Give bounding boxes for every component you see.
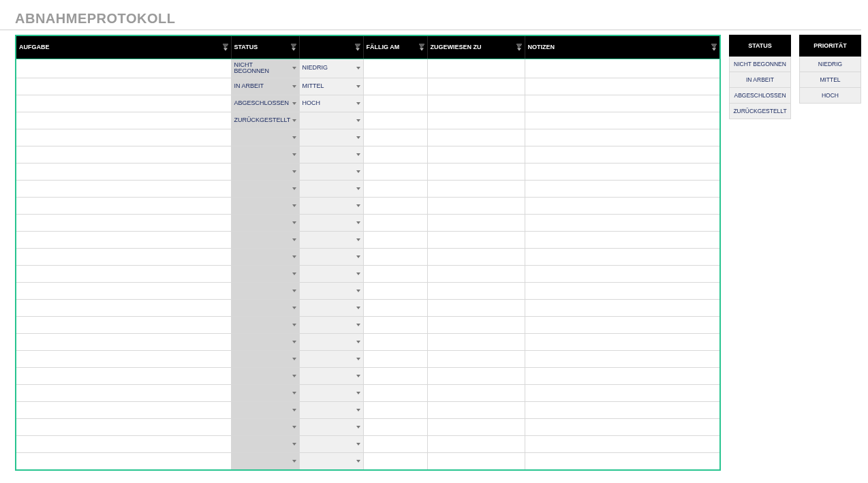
cell-priority[interactable] xyxy=(299,146,363,163)
assigned-input[interactable] xyxy=(428,95,525,112)
due-input[interactable] xyxy=(364,215,427,231)
cell-notes[interactable] xyxy=(525,283,720,300)
due-input[interactable] xyxy=(364,95,427,112)
assigned-input[interactable] xyxy=(428,112,525,129)
chevron-down-icon[interactable] xyxy=(356,307,360,309)
cell-priority[interactable] xyxy=(299,232,363,249)
task-input[interactable] xyxy=(16,112,231,129)
notes-input[interactable] xyxy=(525,266,720,282)
cell-notes[interactable] xyxy=(525,232,720,249)
cell-task[interactable] xyxy=(16,453,231,470)
cell-task[interactable] xyxy=(16,351,231,368)
cell-status[interactable] xyxy=(231,198,299,215)
cell-status[interactable] xyxy=(231,402,299,419)
chevron-down-icon[interactable] xyxy=(292,358,296,360)
due-input[interactable] xyxy=(364,436,427,452)
due-input[interactable] xyxy=(364,163,427,180)
chevron-down-icon[interactable] xyxy=(356,341,360,343)
chevron-down-icon[interactable] xyxy=(292,221,296,224)
cell-notes[interactable] xyxy=(525,385,720,402)
cell-status[interactable] xyxy=(231,181,299,198)
cell-status[interactable] xyxy=(231,232,299,249)
cell-task[interactable] xyxy=(16,436,231,453)
due-input[interactable] xyxy=(364,402,427,418)
chevron-down-icon[interactable] xyxy=(292,426,296,429)
cell-notes[interactable] xyxy=(525,368,720,385)
notes-input[interactable] xyxy=(525,163,720,180)
due-input[interactable] xyxy=(364,146,427,163)
cell-notes[interactable] xyxy=(525,249,720,266)
assigned-input[interactable] xyxy=(428,163,525,180)
notes-input[interactable] xyxy=(525,129,720,146)
chevron-down-icon[interactable] xyxy=(292,255,296,258)
chevron-down-icon[interactable] xyxy=(356,187,360,190)
cell-priority[interactable] xyxy=(299,368,363,385)
notes-input[interactable] xyxy=(525,436,720,452)
cell-due[interactable] xyxy=(363,385,427,402)
assigned-input[interactable] xyxy=(428,198,525,214)
cell-status[interactable] xyxy=(231,249,299,266)
cell-assigned[interactable] xyxy=(427,232,525,249)
task-input[interactable] xyxy=(16,266,231,282)
cell-assigned[interactable] xyxy=(427,95,525,112)
due-input[interactable] xyxy=(364,232,427,248)
cell-task[interactable] xyxy=(16,78,231,95)
assigned-input[interactable] xyxy=(428,419,525,435)
notes-input[interactable] xyxy=(525,146,720,163)
assigned-input[interactable] xyxy=(428,317,525,333)
cell-notes[interactable] xyxy=(525,317,720,334)
chevron-down-icon[interactable] xyxy=(292,307,296,309)
cell-notes[interactable] xyxy=(525,163,720,181)
cell-assigned[interactable] xyxy=(427,300,525,317)
cell-status[interactable] xyxy=(231,453,299,470)
notes-input[interactable] xyxy=(525,232,720,248)
cell-assigned[interactable] xyxy=(427,283,525,300)
cell-status[interactable] xyxy=(231,283,299,300)
cell-priority[interactable] xyxy=(299,385,363,402)
due-input[interactable] xyxy=(364,198,427,214)
chevron-down-icon[interactable] xyxy=(292,204,296,207)
chevron-down-icon[interactable] xyxy=(292,392,296,394)
task-input[interactable] xyxy=(16,129,231,146)
cell-priority[interactable]: MITTEL xyxy=(299,78,363,95)
cell-priority[interactable]: HOCH xyxy=(299,95,363,112)
cell-task[interactable] xyxy=(16,95,231,112)
cell-task[interactable] xyxy=(16,368,231,385)
cell-notes[interactable] xyxy=(525,129,720,146)
cell-assigned[interactable] xyxy=(427,334,525,351)
cell-assigned[interactable] xyxy=(427,215,525,232)
cell-notes[interactable] xyxy=(525,402,720,419)
due-input[interactable] xyxy=(364,419,427,435)
cell-assigned[interactable] xyxy=(427,78,525,95)
task-input[interactable] xyxy=(16,215,231,231)
chevron-down-icon[interactable] xyxy=(356,358,360,360)
col-header-notes[interactable]: NOTIZEN xyxy=(525,35,720,59)
cell-assigned[interactable] xyxy=(427,419,525,436)
chevron-down-icon[interactable] xyxy=(356,85,360,88)
cell-assigned[interactable] xyxy=(427,351,525,368)
cell-notes[interactable] xyxy=(525,59,720,78)
cell-assigned[interactable] xyxy=(427,436,525,453)
task-input[interactable] xyxy=(16,317,231,333)
chevron-down-icon[interactable] xyxy=(292,460,296,463)
cell-assigned[interactable] xyxy=(427,129,525,146)
cell-task[interactable] xyxy=(16,129,231,146)
cell-due[interactable] xyxy=(363,300,427,317)
notes-input[interactable] xyxy=(525,385,720,401)
assigned-input[interactable] xyxy=(428,215,525,231)
cell-status[interactable] xyxy=(231,266,299,283)
chevron-down-icon[interactable] xyxy=(292,375,296,377)
cell-priority[interactable] xyxy=(299,163,363,181)
cell-priority[interactable] xyxy=(299,419,363,436)
cell-status[interactable] xyxy=(231,351,299,368)
assigned-input[interactable] xyxy=(428,129,525,146)
due-input[interactable] xyxy=(364,334,427,350)
due-input[interactable] xyxy=(364,266,427,282)
chevron-down-icon[interactable] xyxy=(356,375,360,377)
due-input[interactable] xyxy=(364,351,427,367)
cell-priority[interactable] xyxy=(299,249,363,266)
cell-task[interactable] xyxy=(16,249,231,266)
cell-assigned[interactable] xyxy=(427,317,525,334)
due-input[interactable] xyxy=(364,453,427,469)
cell-task[interactable] xyxy=(16,215,231,232)
